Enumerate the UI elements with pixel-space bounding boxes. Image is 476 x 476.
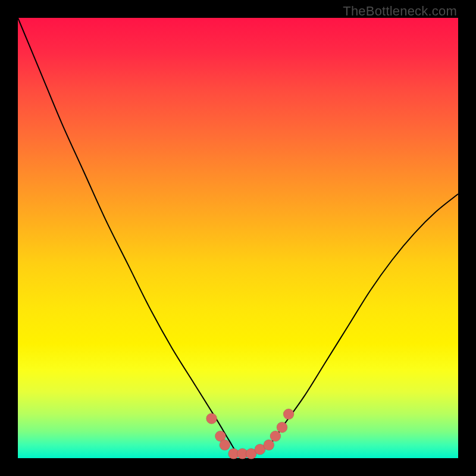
marker-point [277, 422, 287, 433]
marker-point [264, 440, 274, 450]
bottleneck-curve [18, 18, 458, 455]
marker-point [206, 413, 217, 424]
marker-point [270, 431, 281, 441]
plot-area [18, 18, 458, 458]
watermark-text: TheBottleneck.com [343, 4, 457, 19]
curve-svg [18, 18, 458, 458]
marker-point [283, 409, 294, 419]
chart-frame: TheBottleneck.com [0, 0, 476, 476]
minimum-markers [206, 409, 295, 459]
marker-point [220, 440, 230, 450]
